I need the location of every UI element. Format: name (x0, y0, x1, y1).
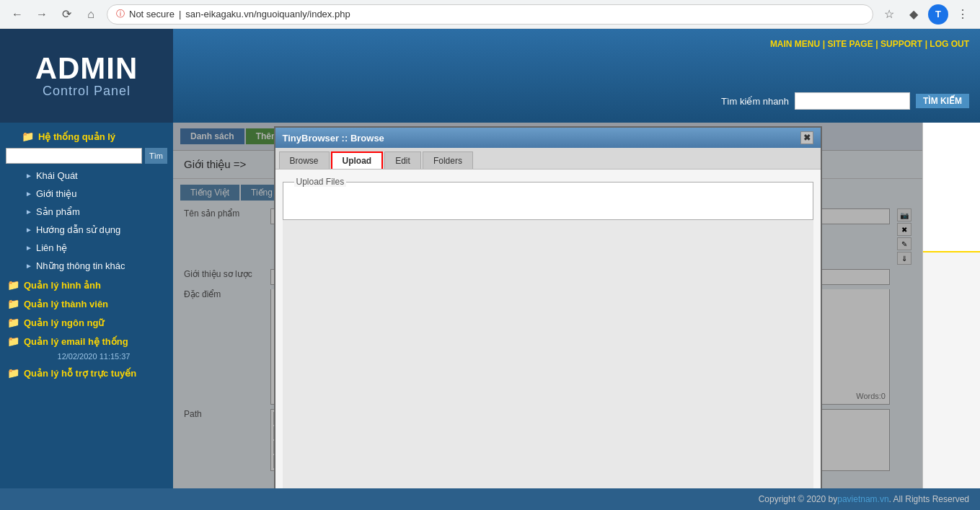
search-bar: Tìm kiếm nhanh TÌM KIẾM (184, 92, 969, 117)
sidebar-item-nhung-thong-tin[interactable]: ► Những thông tin khác (0, 257, 173, 275)
sidebar-section-thanh-vien[interactable]: 📁 Quản lý thành viên (0, 294, 173, 312)
sidebar-section-hinh-anh[interactable]: 📁 Quản lý hình ảnh (0, 275, 173, 294)
sidebar-label-khai-quat: Khái Quát (36, 170, 78, 181)
back-button[interactable]: ← (7, 4, 27, 25)
sidebar-item-lien-he[interactable]: ► Liên hệ (0, 239, 173, 257)
security-label: Not secure (129, 9, 175, 19)
sidebar-search-input[interactable] (6, 148, 142, 164)
admin-title: ADMIN (35, 53, 138, 84)
sidebar-item-khai-quat[interactable]: ► Khái Quát (0, 167, 173, 185)
extensions-button[interactable]: ◆ (904, 4, 924, 25)
right-panel-bottom (923, 252, 980, 488)
sidebar-search-button[interactable]: Tìm (145, 148, 167, 164)
sidebar-search-row: Tìm (0, 145, 173, 167)
nav-sep2: | (875, 39, 880, 49)
sidebar-section-title-3: Quản lý thành viên (24, 299, 108, 309)
chevron-icon-5: ► (25, 244, 32, 252)
main-layout: 📁 Hệ thống quản lý Tìm ► Khái Quát ► Giớ… (0, 123, 980, 488)
nav-buttons: ← → ⟳ ⌂ (7, 4, 101, 25)
sidebar-section-title-4: Quản lý ngôn ngữ (24, 317, 104, 328)
footer-rights: . All Rights Reserved (889, 494, 969, 504)
folder-icon-6: 📁 (7, 367, 19, 379)
search-button[interactable]: TÌM KIẾM (916, 94, 969, 108)
nav-sep1: | (823, 39, 828, 49)
sidebar-section-title-2: Quản lý hình ảnh (24, 280, 101, 291)
admin-header: ADMIN Control Panel MAIN MENU | SITE PAG… (0, 29, 980, 123)
sidebar-label-lien-he: Liên hệ (36, 242, 67, 253)
sidebar-section-title-5: Quản lý email hệ thống (24, 336, 128, 347)
address-bar[interactable]: ⓘ Not secure | san-eikagaku.vn/nguoiquan… (107, 4, 873, 25)
browser-chrome: ← → ⟳ ⌂ ⓘ Not secure | san-eikagaku.vn/n… (0, 0, 980, 29)
folder-icon-1: 📁 (22, 131, 34, 142)
modal-tabs: Browse Upload Edit Folders (275, 148, 821, 170)
search-label: Tìm kiếm nhanh (721, 96, 789, 107)
url-separator: | (179, 9, 181, 19)
url-text: san-eikagaku.vn/nguoiquanly/index.php (185, 9, 350, 19)
tab-edit[interactable]: Edit (384, 151, 421, 169)
tiny-browser-modal: TinyBrowser :: Browse ✖ Browse Upload Ed… (274, 126, 822, 488)
sidebar-section-title-1: Hệ thống quản lý (38, 131, 115, 142)
avatar[interactable]: T (928, 4, 948, 25)
sidebar-label-nhung-thong-tin: Những thông tin khác (36, 260, 125, 271)
sidebar-section-email[interactable]: 📁 Quản lý email hệ thống (0, 331, 173, 350)
reload-button[interactable]: ⟳ (56, 4, 76, 25)
footer: Copyright © 2020 by pavietnam.vn . All R… (0, 488, 980, 510)
search-input[interactable] (795, 92, 910, 110)
chevron-icon-3: ► (25, 208, 32, 216)
bookmark-button[interactable]: ☆ (879, 4, 899, 25)
nav-main-menu[interactable]: MAIN MENU (770, 39, 820, 49)
sidebar-section-title-6: Quản lý hỗ trợ trực tuyến (24, 368, 136, 379)
menu-button[interactable]: ⋮ (953, 4, 973, 25)
folder-icon-3: 📁 (7, 298, 19, 309)
modal-content: Upload Files (275, 170, 821, 488)
content-area: Danh sách Thêm bài mới Giới thiệu => Tiế… (173, 123, 922, 488)
nav-logout[interactable]: LOG OUT (930, 39, 969, 49)
forward-button[interactable]: → (32, 4, 52, 25)
sidebar-item-san-pham[interactable]: ► Sản phẩm (0, 203, 173, 221)
nav-support[interactable]: SUPPORT (880, 39, 922, 49)
right-panel (922, 123, 980, 488)
logo-section: ADMIN Control Panel (0, 29, 173, 123)
right-panel-top (923, 123, 980, 252)
upload-files-legend: Upload Files (294, 177, 347, 187)
footer-link[interactable]: pavietnam.vn (837, 494, 888, 504)
top-nav: MAIN MENU | SITE PAGE | SUPPORT | LOG OU… (184, 35, 969, 53)
tab-browse[interactable]: Browse (279, 151, 330, 169)
sidebar: 📁 Hệ thống quản lý Tìm ► Khái Quát ► Giớ… (0, 123, 173, 488)
chevron-icon-6: ► (25, 262, 32, 270)
sidebar-item-gioi-thieu[interactable]: ► Giới thiệu (0, 185, 173, 203)
modal-overlay: TinyBrowser :: Browse ✖ Browse Upload Ed… (173, 123, 922, 488)
sidebar-label-gioi-thieu: Giới thiệu (36, 188, 76, 199)
folder-icon-2: 📁 (7, 279, 19, 291)
folder-icon-4: 📁 (7, 317, 19, 328)
admin-right: MAIN MENU | SITE PAGE | SUPPORT | LOG OU… (173, 29, 980, 123)
sidebar-section-ho-tro[interactable]: 📁 Quản lý hỗ trợ trực tuyến (0, 363, 173, 382)
upload-files-group: Upload Files (283, 177, 813, 220)
tab-folders[interactable]: Folders (423, 151, 473, 169)
chevron-icon-1: ► (25, 172, 32, 180)
chevron-icon-4: ► (25, 226, 32, 234)
modal-body-area (283, 220, 813, 488)
sidebar-label-huong-dan: Hướng dẫn sử dụng (36, 224, 120, 235)
home-button[interactable]: ⌂ (81, 4, 101, 25)
modal-title: TinyBrowser :: Browse (283, 133, 384, 144)
admin-subtitle: Control Panel (43, 84, 131, 99)
sidebar-section-ngon-ngu[interactable]: 📁 Quản lý ngôn ngữ (0, 312, 173, 331)
modal-close-button[interactable]: ✖ (800, 131, 813, 144)
sidebar-item-huong-dan[interactable]: ► Hướng dẫn sử dụng (0, 221, 173, 239)
modal-titlebar: TinyBrowser :: Browse ✖ (275, 128, 821, 148)
sidebar-label-san-pham: Sản phẩm (36, 206, 80, 217)
tab-upload[interactable]: Upload (331, 151, 384, 169)
security-icon: ⓘ (116, 8, 125, 20)
sidebar-section-he-thong: 📁 Hệ thống quản lý (0, 126, 173, 145)
browser-actions: ☆ ◆ T ⋮ (879, 4, 973, 25)
sidebar-datetime: 12/02/2020 11:15:37 (0, 350, 173, 363)
footer-copyright: Copyright © 2020 by (759, 494, 838, 504)
folder-icon-5: 📁 (7, 335, 19, 347)
chevron-icon-2: ► (25, 190, 32, 198)
nav-site-page[interactable]: SITE PAGE (828, 39, 873, 49)
